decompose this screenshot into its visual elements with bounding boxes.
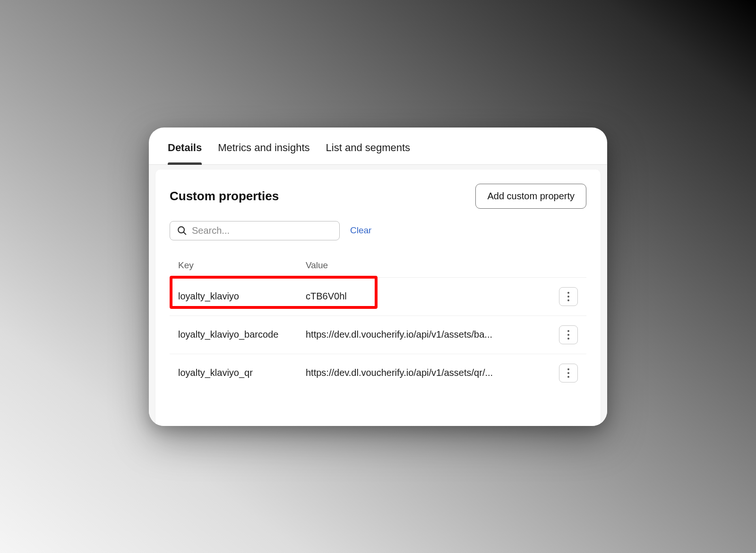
- kebab-icon: [567, 292, 569, 294]
- table-row: loyalty_klaviyo_qr https://dev.dl.vouche…: [170, 354, 586, 392]
- cell-key: loyalty_klaviyo_qr: [178, 367, 306, 378]
- row-actions-button[interactable]: [559, 364, 578, 383]
- tab-segments[interactable]: List and segments: [326, 142, 411, 164]
- kebab-icon: [567, 368, 569, 370]
- card-title: Custom properties: [170, 189, 279, 204]
- clear-link[interactable]: Clear: [350, 225, 371, 236]
- cell-key: loyalty_klaviyo_barcode: [178, 329, 306, 340]
- cell-value: cTB6V0hl: [306, 291, 550, 302]
- search-row: Clear: [170, 221, 586, 240]
- add-custom-property-button[interactable]: Add custom property: [475, 184, 586, 209]
- custom-properties-card: Custom properties Add custom property Cl…: [155, 170, 601, 426]
- cell-value: https://dev.dl.voucherify.io/api/v1/asse…: [306, 329, 550, 340]
- svg-line-1: [184, 232, 186, 235]
- content-area: Custom properties Add custom property Cl…: [149, 165, 607, 426]
- header-key: Key: [178, 260, 306, 271]
- cell-value: https://dev.dl.voucherify.io/api/v1/asse…: [306, 367, 550, 378]
- tab-details[interactable]: Details: [168, 142, 202, 164]
- table-header: Key Value: [170, 255, 586, 278]
- header-value: Value: [306, 260, 550, 271]
- table-row: loyalty_klaviyo cTB6V0hl: [170, 278, 586, 316]
- row-actions-button[interactable]: [559, 287, 578, 306]
- card-header: Custom properties Add custom property: [170, 184, 586, 209]
- search-icon: [177, 225, 187, 236]
- tab-bar: Details Metrics and insights List and se…: [149, 128, 607, 165]
- kebab-icon: [567, 330, 569, 332]
- app-window: Details Metrics and insights List and se…: [149, 128, 607, 426]
- tab-metrics[interactable]: Metrics and insights: [218, 142, 309, 164]
- properties-table: Key Value loyalty_klaviyo cTB6V0hl lo: [170, 255, 586, 392]
- table-row: loyalty_klaviyo_barcode https://dev.dl.v…: [170, 316, 586, 354]
- search-box[interactable]: [170, 221, 340, 240]
- search-input[interactable]: [192, 225, 333, 236]
- row-actions-button[interactable]: [559, 325, 578, 344]
- cell-key: loyalty_klaviyo: [178, 291, 306, 302]
